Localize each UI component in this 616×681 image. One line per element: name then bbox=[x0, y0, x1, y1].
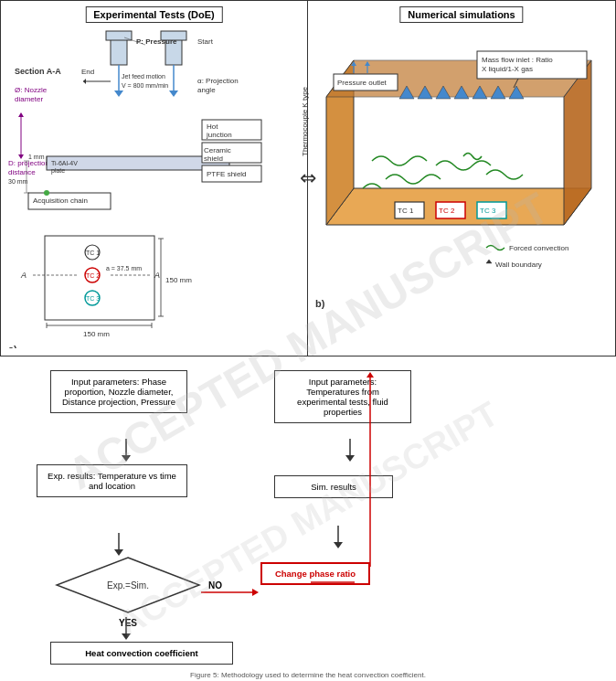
svg-text:angle: angle bbox=[197, 86, 216, 94]
svg-text:D: projection: D: projection bbox=[8, 159, 49, 167]
arrow-4 bbox=[329, 526, 347, 553]
arrow-2 bbox=[341, 439, 359, 466]
svg-text:PTFE shield: PTFE shield bbox=[207, 170, 247, 178]
svg-text:X liquid/1-X gas: X liquid/1-X gas bbox=[482, 65, 533, 73]
svg-text:Exp.=Sim.: Exp.=Sim. bbox=[107, 580, 149, 591]
svg-text:Wall boundary: Wall boundary bbox=[495, 261, 542, 269]
svg-marker-96 bbox=[486, 260, 492, 263]
svg-point-64 bbox=[44, 190, 49, 196]
svg-text:junction: junction bbox=[206, 131, 232, 139]
arrow-feedback-h bbox=[311, 573, 361, 591]
svg-text:Ceramic: Ceramic bbox=[204, 146, 231, 154]
output-box: Heat convection coefficient bbox=[50, 642, 233, 665]
svg-text:30 mm: 30 mm bbox=[8, 178, 28, 185]
bottom-section: Input parameters: Phase proportion, Nozz… bbox=[0, 356, 616, 681]
svg-text:Hot: Hot bbox=[207, 122, 218, 131]
svg-text:150 mm: 150 mm bbox=[83, 330, 110, 338]
exp-results-box: Exp. results: Temperature vs time and lo… bbox=[37, 464, 187, 497]
svg-rect-5 bbox=[111, 37, 127, 65]
svg-marker-106 bbox=[334, 542, 343, 548]
svg-text:TC 3: TC 3 bbox=[86, 295, 100, 302]
svg-text:Acquisition chain: Acquisition chain bbox=[33, 197, 88, 205]
svg-text:Start: Start bbox=[197, 37, 214, 46]
svg-marker-110 bbox=[252, 589, 259, 596]
left-panel: Experimental Tests (DoE) Section A-A Ø: … bbox=[1, 1, 308, 356]
svg-text:shield: shield bbox=[204, 154, 223, 163]
main-container: ACCEPTED MANUSCRIPT Experimental Tests (… bbox=[0, 0, 616, 681]
arrow-feedback bbox=[361, 370, 379, 567]
svg-marker-115 bbox=[122, 633, 131, 640]
arrow-5 bbox=[117, 617, 135, 644]
arrow-1 bbox=[117, 439, 135, 466]
svg-marker-12 bbox=[169, 90, 178, 97]
svg-text:TC 1: TC 1 bbox=[86, 250, 100, 256]
left-diagram-svg: Section A-A Ø: Nozzle diameter D: projec… bbox=[1, 24, 309, 348]
svg-text:TC 2: TC 2 bbox=[86, 272, 100, 279]
svg-text:TC 3: TC 3 bbox=[480, 207, 496, 215]
svg-marker-20 bbox=[83, 79, 86, 84]
svg-marker-67 bbox=[18, 112, 24, 117]
svg-text:End: End bbox=[81, 68, 94, 76]
decision-diamond: Exp.=Sim. bbox=[55, 556, 201, 615]
svg-marker-100 bbox=[122, 455, 131, 462]
right-panel-title: Numerical simulations bbox=[399, 6, 523, 23]
svg-text:distance: distance bbox=[8, 168, 36, 176]
top-section: Experimental Tests (DoE) Section A-A Ø: … bbox=[0, 0, 616, 356]
svg-text:diameter: diameter bbox=[15, 95, 43, 103]
svg-text:Pressure outlet: Pressure outlet bbox=[337, 79, 388, 87]
svg-text:Section A-A: Section A-A bbox=[15, 67, 61, 76]
svg-text:TC 2: TC 2 bbox=[439, 207, 455, 215]
input-box-1: Input parameters: Phase proportion, Nozz… bbox=[50, 370, 187, 413]
right-panel: Numerical simulations Pressure outlet bbox=[308, 1, 615, 356]
double-arrow: ⇔ bbox=[300, 166, 316, 190]
svg-text:Ti-6Al-4V: Ti-6Al-4V bbox=[51, 160, 78, 166]
svg-marker-112 bbox=[366, 372, 374, 378]
svg-text:TC 1: TC 1 bbox=[398, 207, 414, 215]
svg-marker-102 bbox=[345, 455, 355, 462]
left-panel-title: Experimental Tests (DoE) bbox=[85, 6, 222, 23]
figure-caption: Figure 5: Methodology used to determine … bbox=[190, 671, 426, 679]
svg-text:α: Projection: α: Projection bbox=[197, 77, 239, 85]
svg-marker-104 bbox=[114, 549, 123, 556]
svg-text:Jet feed motion: Jet feed motion bbox=[122, 73, 165, 80]
svg-text:Forced convection: Forced convection bbox=[509, 244, 568, 252]
svg-text:V = 800 mm/min: V = 800 mm/min bbox=[122, 82, 168, 89]
svg-text:P: Pressure: P: Pressure bbox=[136, 37, 177, 46]
svg-text:a = 37.5 mm: a = 37.5 mm bbox=[106, 265, 142, 271]
svg-text:150 mm: 150 mm bbox=[165, 276, 192, 284]
arrow-no bbox=[201, 583, 263, 601]
svg-text:A: A bbox=[20, 271, 27, 280]
svg-marker-10 bbox=[114, 90, 123, 97]
svg-text:Mass flow inlet : Ratio: Mass flow inlet : Ratio bbox=[482, 56, 553, 64]
svg-text:a): a) bbox=[8, 344, 17, 348]
svg-text:Ø: Nozzle: Ø: Nozzle bbox=[15, 86, 48, 94]
right-diagram-svg: Pressure outlet Mass flow inlet : Ratio … bbox=[308, 24, 616, 348]
svg-text:1 mm: 1 mm bbox=[28, 154, 45, 160]
input-box-2: Input parameters: Temperatures from expe… bbox=[274, 370, 411, 423]
svg-text:plate: plate bbox=[51, 167, 65, 175]
svg-text:b): b) bbox=[315, 298, 325, 309]
